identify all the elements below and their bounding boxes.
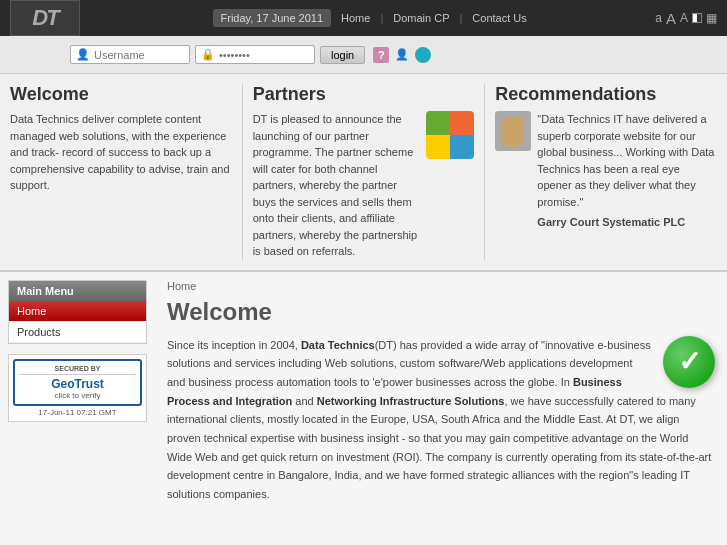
check-icon: ✓	[663, 336, 715, 388]
contrast-icon[interactable]	[692, 13, 702, 23]
sidebar-item-home[interactable]: Home	[9, 301, 146, 322]
login-bar: 👤 🔒 login ? 👤 🌐	[0, 36, 727, 74]
welcome-body: Data Technics deliver complete content m…	[10, 111, 232, 194]
welcome-title: Welcome	[10, 84, 232, 105]
username-wrap: 👤	[70, 45, 190, 64]
top-icon-row: a A A ▦	[655, 10, 717, 27]
top-bar: DT Friday, 17 June 2011 Home | Domain CP…	[0, 0, 727, 36]
user2-icon[interactable]: 👤	[394, 47, 410, 63]
sidebar: Main Menu Home Products SECURED BY GeoTr…	[0, 272, 155, 546]
rec-company: Garry Court Systematic PLC	[537, 214, 717, 231]
rec-quote: "Data Technics IT have delivered a super…	[537, 111, 717, 210]
nav-contact[interactable]: Contact Us	[466, 12, 532, 24]
content-body: Since its inception in 2004, Data Techni…	[167, 336, 715, 504]
font-large-icon[interactable]: A	[666, 10, 676, 27]
geotrust-box[interactable]: SECURED BY GeoTrust click to verify 17-J…	[8, 354, 147, 422]
content-area: Home Welcome ✓ Since its inception in 20…	[155, 272, 727, 546]
content-brand: Data Technics	[301, 339, 375, 351]
nav-domaincp[interactable]: Domain CP	[387, 12, 455, 24]
lock-icon: 🔒	[201, 48, 215, 61]
password-wrap: 🔒	[195, 45, 315, 64]
font-aa-icon[interactable]: A	[680, 11, 688, 25]
extra-icons: ? 👤 🌐	[373, 47, 431, 63]
user-icon: 👤	[76, 48, 90, 61]
geotrust-secured: SECURED BY	[19, 365, 136, 375]
nav-home[interactable]: Home	[335, 12, 376, 24]
partners-col: Partners DT is pleased to announce the l…	[253, 84, 475, 260]
top-nav: Friday, 17 June 2011 Home | Domain CP | …	[90, 9, 655, 27]
content-body4: , we have successfully catered to many i…	[167, 395, 711, 500]
content-bold2: Networking Infrastructure Solutions	[317, 395, 505, 407]
main-menu-box: Main Menu Home Products	[8, 280, 147, 344]
logo-text: DT	[32, 5, 57, 31]
geotrust-inner: SECURED BY GeoTrust click to verify	[13, 359, 142, 406]
welcome-col: Welcome Data Technics deliver complete c…	[10, 84, 232, 260]
quote-icon	[495, 111, 531, 151]
geotrust-click: click to verify	[19, 391, 136, 400]
col-divider-2	[484, 84, 485, 260]
content-body3: and	[292, 395, 316, 407]
nav-sep1: |	[380, 12, 383, 24]
main-area: Main Menu Home Products SECURED BY GeoTr…	[0, 272, 727, 546]
logo: DT	[10, 0, 80, 36]
font-small-icon[interactable]: a	[655, 11, 662, 25]
date-display: Friday, 17 June 2011	[213, 9, 332, 27]
rec-title: Recommendations	[495, 84, 717, 105]
grid-icon[interactable]: ▦	[706, 11, 717, 25]
geotrust-brand: GeoTrust	[19, 377, 136, 391]
partners-title: Partners	[253, 84, 475, 105]
content-body1: Since its inception in 2004,	[167, 339, 301, 351]
checkmark: ✓	[663, 336, 715, 388]
content-title: Welcome	[167, 298, 715, 326]
puzzle-icon	[426, 111, 474, 159]
breadcrumb: Home	[167, 280, 715, 292]
menu-header: Main Menu	[9, 281, 146, 301]
globe-icon[interactable]: 🌐	[415, 47, 431, 63]
three-col-section: Welcome Data Technics deliver complete c…	[0, 74, 727, 272]
sidebar-item-products[interactable]: Products	[9, 322, 146, 343]
geotrust-date: 17-Jun-11 07:21 GMT	[13, 408, 142, 417]
password-input[interactable]	[219, 49, 309, 61]
help-icon[interactable]: ?	[373, 47, 389, 63]
col-divider-1	[242, 84, 243, 260]
login-button[interactable]: login	[320, 46, 365, 64]
nav-sep2: |	[459, 12, 462, 24]
rec-col: Recommendations "Data Technics IT have d…	[495, 84, 717, 260]
partners-body: DT is pleased to announce the launching …	[253, 111, 421, 260]
username-input[interactable]	[94, 49, 184, 61]
